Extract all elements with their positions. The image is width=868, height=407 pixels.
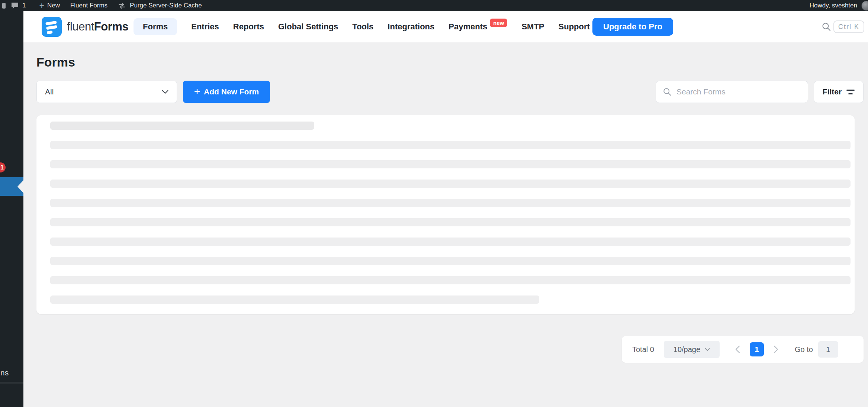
comments-count: 1 bbox=[22, 2, 26, 9]
logo-text-fluent: fluent bbox=[67, 20, 94, 33]
filter-button[interactable]: Filter bbox=[814, 81, 864, 103]
howdy-menu[interactable]: Howdy, sveshten bbox=[810, 2, 857, 9]
chevron-right-icon bbox=[774, 345, 778, 353]
page-size-select[interactable]: 10/page bbox=[664, 341, 720, 358]
logo-wordmark: fluentForms bbox=[67, 20, 128, 33]
header-search-button[interactable] bbox=[822, 22, 831, 33]
skeleton-bar bbox=[50, 295, 539, 304]
skeleton-bar bbox=[50, 276, 851, 284]
previous-page-button[interactable] bbox=[735, 345, 740, 353]
admin-bar-left: 1 + New Fluent Forms Purge Server-Side C… bbox=[0, 0, 202, 11]
tab-integrations[interactable]: Integrations bbox=[388, 22, 434, 32]
search-forms-box bbox=[656, 81, 808, 103]
forms-table-card bbox=[36, 115, 855, 314]
skeleton-bar bbox=[50, 180, 851, 188]
page-size-value: 10/page bbox=[673, 345, 700, 354]
form-type-select[interactable]: All bbox=[36, 81, 177, 103]
fluent-forms-admin-menu[interactable]: Fluent Forms bbox=[70, 0, 107, 11]
tab-global-settings[interactable]: Global Settings bbox=[278, 22, 338, 32]
purge-cache-menu[interactable]: Purge Server-Side Cache bbox=[118, 0, 202, 11]
tab-reports[interactable]: Reports bbox=[233, 22, 264, 32]
logo-text-forms: Forms bbox=[94, 20, 128, 33]
site-menu-label: Fluent Forms bbox=[70, 2, 107, 9]
wp-admin-bar: 1 + New Fluent Forms Purge Server-Side C… bbox=[0, 0, 868, 11]
search-forms-input[interactable] bbox=[676, 87, 801, 96]
tab-payments-label: Payments bbox=[449, 22, 487, 31]
new-menu-label: New bbox=[47, 2, 60, 9]
header-nav: Forms Entries Reports Global Settings To… bbox=[134, 11, 590, 42]
forms-page-content: Forms All + Add New Form Filter bbox=[23, 42, 868, 407]
tab-tools[interactable]: Tools bbox=[352, 22, 373, 32]
menu-item-truncated-label[interactable]: ns bbox=[0, 368, 9, 377]
pagination-bar: Total 0 10/page 1 Go to bbox=[622, 336, 864, 363]
menu-separator bbox=[0, 382, 23, 384]
filter-label: Filter bbox=[823, 87, 842, 96]
admin-bar-right: Howdy, sveshten bbox=[810, 0, 868, 11]
new-content-menu[interactable]: + New bbox=[39, 0, 60, 11]
tab-entries[interactable]: Entries bbox=[191, 22, 219, 32]
refresh-icon bbox=[118, 3, 126, 9]
page-title: Forms bbox=[36, 55, 75, 70]
tab-payments[interactable]: Paymentsnew bbox=[449, 22, 507, 32]
wp-side-menu: 1 ns bbox=[0, 11, 23, 407]
active-menu-item-fluent-forms[interactable] bbox=[0, 177, 23, 196]
upgrade-to-pro-button[interactable]: Upgrade to Pro bbox=[592, 18, 673, 36]
fluent-forms-header: fluentForms Forms Entries Reports Global… bbox=[23, 11, 868, 42]
chevron-down-icon bbox=[705, 348, 710, 351]
skeleton-bar bbox=[50, 199, 851, 207]
tab-support[interactable]: Support bbox=[559, 22, 590, 32]
fluent-forms-logo-icon bbox=[42, 17, 62, 37]
skeleton-bar bbox=[50, 160, 851, 168]
wp-logo-icon[interactable] bbox=[2, 3, 6, 9]
new-badge: new bbox=[490, 19, 507, 27]
comments-menu[interactable]: 1 bbox=[11, 0, 26, 11]
wordpress-admin-page: 1 + New Fluent Forms Purge Server-Side C… bbox=[0, 0, 868, 407]
pagination-total: Total 0 bbox=[632, 345, 654, 354]
plus-icon: + bbox=[194, 86, 200, 97]
search-icon bbox=[663, 87, 672, 96]
purge-cache-label: Purge Server-Side Cache bbox=[130, 2, 202, 9]
plus-icon: + bbox=[39, 1, 44, 10]
search-shortcut-hint[interactable]: Ctrl K bbox=[833, 20, 864, 33]
active-menu-arrow-icon bbox=[17, 180, 23, 193]
add-new-form-label: Add New Form bbox=[204, 87, 259, 96]
filter-lines-icon bbox=[846, 90, 855, 94]
comment-bubble-icon bbox=[11, 2, 19, 9]
skeleton-bar bbox=[50, 122, 314, 130]
goto-label: Go to bbox=[795, 345, 813, 354]
skeleton-bar bbox=[50, 141, 851, 149]
fluent-forms-logo[interactable]: fluentForms bbox=[42, 11, 128, 42]
tab-smtp[interactable]: SMTP bbox=[521, 22, 544, 32]
add-new-form-button[interactable]: + Add New Form bbox=[183, 81, 270, 103]
skeleton-bar bbox=[50, 238, 851, 246]
next-page-button[interactable] bbox=[774, 345, 778, 353]
tab-forms[interactable]: Forms bbox=[134, 18, 177, 35]
page-1-button[interactable]: 1 bbox=[750, 342, 764, 356]
form-type-select-value: All bbox=[45, 87, 54, 96]
goto-page-input[interactable] bbox=[818, 341, 838, 358]
search-icon bbox=[822, 22, 831, 32]
update-count-badge: 1 bbox=[0, 162, 6, 172]
skeleton-bar bbox=[50, 218, 851, 226]
chevron-down-icon bbox=[162, 90, 168, 94]
user-avatar[interactable] bbox=[861, 1, 868, 11]
chevron-left-icon bbox=[735, 345, 740, 353]
skeleton-bar bbox=[50, 257, 851, 265]
